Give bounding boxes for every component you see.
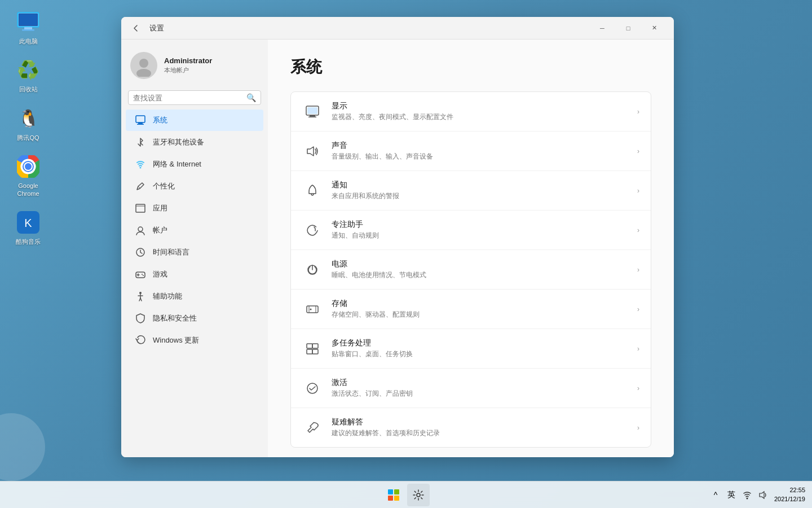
svg-point-51 bbox=[417, 493, 420, 497]
start-button[interactable] bbox=[382, 484, 405, 506]
setting-item-activation[interactable]: 激活 激活状态、订阅、产品密钥 › bbox=[291, 369, 651, 408]
display-title: 显示 bbox=[332, 101, 637, 111]
qq-icon-label: 腾讯QQ bbox=[17, 134, 39, 142]
svg-rect-17 bbox=[136, 204, 145, 212]
back-button[interactable] bbox=[128, 20, 144, 36]
svg-text:K: K bbox=[24, 217, 32, 229]
lang-indicator: 英 bbox=[727, 490, 735, 500]
sidebar-label-system: 系统 bbox=[153, 115, 167, 125]
system-icon bbox=[135, 115, 146, 126]
troubleshoot-arrow: › bbox=[637, 424, 639, 432]
settings-taskbar-button[interactable] bbox=[407, 484, 430, 506]
storage-arrow: › bbox=[637, 305, 639, 313]
setting-item-troubleshoot[interactable]: 疑难解答 建议的疑难解答、首选项和历史记录 › bbox=[291, 408, 651, 447]
sidebar-label-time: 时间和语言 bbox=[153, 247, 189, 257]
tray-expand[interactable]: ^ bbox=[709, 488, 722, 502]
focus-arrow: › bbox=[637, 226, 639, 234]
desktop-icon-computer[interactable]: 此电脑 bbox=[6, 6, 51, 48]
bluetooth-icon bbox=[135, 137, 146, 148]
music-icon-label: 酷狗音乐 bbox=[16, 238, 41, 246]
tray-lang[interactable]: 英 bbox=[725, 488, 738, 502]
multitask-icon bbox=[302, 339, 323, 359]
multitask-text: 多任务处理 贴靠窗口、桌面、任务切换 bbox=[332, 338, 637, 359]
sidebar-item-privacy[interactable]: 隐私和安全性 bbox=[126, 308, 263, 329]
sidebar-item-system[interactable]: 系统 bbox=[126, 110, 263, 131]
tray-speaker[interactable] bbox=[756, 488, 770, 502]
recycle-icon: ♻️ bbox=[15, 56, 42, 84]
tray-network[interactable] bbox=[740, 488, 754, 502]
nav-list: 系统 蓝牙和其他设备 网络 & Internet bbox=[121, 110, 268, 351]
setting-item-notification[interactable]: 通知 来自应用和系统的警报 › bbox=[291, 171, 651, 211]
sound-icon bbox=[302, 141, 323, 161]
display-text: 显示 监视器、亮度、夜间模式、显示配置文件 bbox=[332, 101, 637, 122]
settings-window: 设置 ─ □ ✕ bbox=[121, 17, 674, 457]
svg-rect-43 bbox=[312, 344, 318, 348]
sidebar-item-personalize[interactable]: 个性化 bbox=[126, 176, 263, 197]
display-arrow: › bbox=[637, 108, 639, 116]
focus-icon bbox=[302, 220, 323, 240]
sidebar-label-apps: 应用 bbox=[153, 203, 167, 213]
chrome-icon-label: Google Chrome bbox=[8, 182, 48, 198]
multitask-sub: 贴靠窗口、桌面、任务切换 bbox=[332, 349, 637, 359]
notification-title: 通知 bbox=[332, 180, 637, 190]
taskbar: ^ 英 22:55 2021/12/19 bbox=[0, 481, 812, 508]
sidebar-item-network[interactable]: 网络 & Internet bbox=[126, 154, 263, 175]
search-input[interactable] bbox=[133, 94, 244, 102]
maximize-button[interactable]: □ bbox=[615, 19, 641, 37]
notification-icon bbox=[302, 181, 323, 201]
display-sub: 监视器、亮度、夜间模式、显示配置文件 bbox=[332, 112, 637, 122]
setting-item-power[interactable]: 电源 睡眠、电池使用情况、节电模式 › bbox=[291, 250, 651, 290]
svg-rect-45 bbox=[312, 349, 318, 354]
sidebar-label-network: 网络 & Internet bbox=[153, 159, 201, 169]
svg-rect-34 bbox=[307, 107, 317, 114]
svg-rect-32 bbox=[310, 115, 315, 117]
svg-point-16 bbox=[140, 167, 142, 169]
activation-arrow: › bbox=[637, 384, 639, 392]
window-controls: ─ □ ✕ bbox=[589, 19, 667, 37]
desktop-icon-recycle[interactable]: ♻️ 回收站 bbox=[6, 54, 51, 96]
setting-item-display[interactable]: 显示 监视器、亮度、夜间模式、显示配置文件 › bbox=[291, 92, 651, 132]
setting-item-storage[interactable]: 存储 存储空间、驱动器、配置规则 › bbox=[291, 290, 651, 329]
computer-icon-label: 此电脑 bbox=[19, 37, 38, 45]
multitask-title: 多任务处理 bbox=[332, 338, 637, 348]
svg-rect-44 bbox=[307, 349, 312, 354]
profile-section[interactable]: Administrator 本地帐户 bbox=[121, 45, 268, 88]
desktop-icon-music[interactable]: K 酷狗音乐 bbox=[6, 206, 51, 248]
power-icon bbox=[302, 260, 323, 280]
sidebar-item-accounts[interactable]: 帐户 bbox=[126, 220, 263, 241]
taskbar-center bbox=[382, 484, 430, 506]
desktop-icons-container: 此电脑 ♻️ 回收站 🐧 腾讯QQ bbox=[6, 6, 51, 249]
storage-title: 存储 bbox=[332, 299, 637, 309]
power-title: 电源 bbox=[332, 259, 637, 269]
storage-icon bbox=[302, 299, 323, 319]
profile-sub: 本地帐户 bbox=[164, 66, 259, 75]
desktop-icon-chrome[interactable]: Google Chrome bbox=[6, 150, 51, 201]
svg-rect-2 bbox=[22, 29, 34, 31]
svg-rect-49 bbox=[388, 496, 393, 501]
search-box[interactable]: 🔍 bbox=[128, 90, 261, 105]
close-button[interactable]: ✕ bbox=[641, 19, 667, 37]
setting-item-focus[interactable]: 专注助手 通知、自动规则 › bbox=[291, 211, 651, 250]
minimize-button[interactable]: ─ bbox=[589, 19, 615, 37]
svg-rect-33 bbox=[308, 116, 316, 117]
sidebar-item-winupdate[interactable]: Windows 更新 bbox=[126, 330, 263, 351]
setting-item-multitask[interactable]: 多任务处理 贴靠窗口、桌面、任务切换 › bbox=[291, 329, 651, 369]
sidebar-label-personalize: 个性化 bbox=[153, 181, 175, 191]
apps-icon bbox=[135, 203, 146, 214]
taskbar-clock[interactable]: 22:55 2021/12/19 bbox=[774, 486, 805, 503]
svg-rect-13 bbox=[136, 116, 145, 122]
svg-rect-47 bbox=[388, 489, 393, 494]
sidebar-item-apps[interactable]: 应用 bbox=[126, 198, 263, 219]
sidebar-item-bluetooth[interactable]: 蓝牙和其他设备 bbox=[126, 132, 263, 153]
sidebar-item-games[interactable]: 游戏 bbox=[126, 264, 263, 285]
sidebar-label-privacy: 隐私和安全性 bbox=[153, 313, 197, 323]
sidebar-item-time[interactable]: 时间和语言 bbox=[126, 242, 263, 263]
svg-rect-50 bbox=[394, 496, 399, 501]
content-title: 系统 bbox=[290, 56, 651, 78]
setting-item-sound[interactable]: 声音 音量级别、输出、输入、声音设备 › bbox=[291, 132, 651, 171]
notification-sub: 来自应用和系统的警报 bbox=[332, 191, 637, 201]
desktop-icon-qq[interactable]: 🐧 腾讯QQ bbox=[6, 102, 51, 144]
sidebar-item-accessibility[interactable]: 辅助功能 bbox=[126, 286, 263, 307]
privacy-icon bbox=[135, 313, 146, 324]
troubleshoot-title: 疑难解答 bbox=[332, 417, 637, 427]
